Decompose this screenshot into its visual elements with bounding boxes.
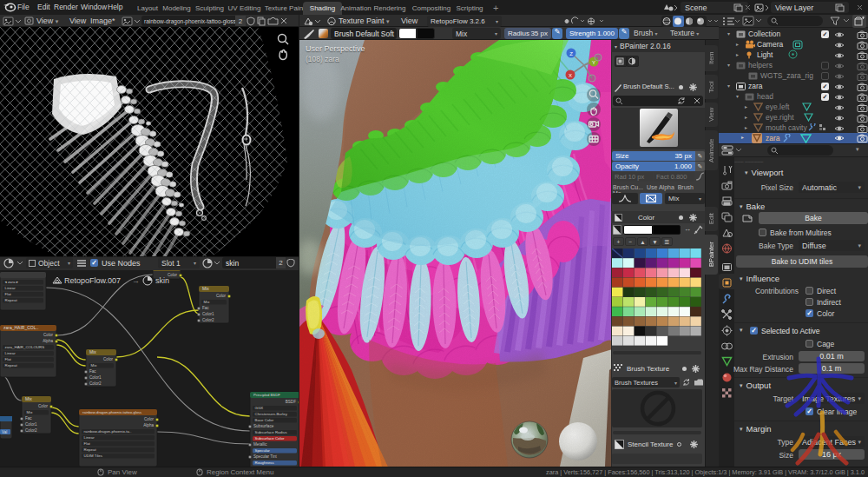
svg-text:Color2: Color2 — [89, 381, 102, 386]
svg-text:Color2: Color2 — [202, 318, 214, 322]
svg-text:Color1: Color1 — [89, 375, 102, 380]
svg-text:Specular Tint: Specular Tint — [253, 454, 278, 459]
svg-text:Specular: Specular — [255, 448, 271, 453]
svg-text:GGX: GGX — [255, 406, 264, 410]
svg-text:◂ zara ▸: ◂ zara ▸ — [5, 280, 19, 284]
svg-text:Y: Y — [592, 60, 595, 65]
svg-text:Fac: Fac — [25, 416, 32, 421]
svg-text:Val: Val — [2, 430, 7, 434]
svg-text:Z: Z — [569, 51, 573, 56]
svg-text:Subsurface: Subsurface — [253, 424, 274, 428]
svg-text:Mix: Mix — [25, 396, 32, 401]
svg-text:zara_HAIR_COLOURS: zara_HAIR_COLOURS — [5, 345, 45, 349]
svg-text:Color: Color — [103, 357, 113, 361]
svg-text:Mix: Mix — [202, 286, 209, 291]
svg-text:Repeat: Repeat — [84, 447, 97, 452]
svg-text:Repeat: Repeat — [5, 298, 18, 302]
svg-text:rainbow-dragon-phoenix-ta..: rainbow-dragon-phoenix-ta.. — [84, 429, 132, 434]
svg-text:Mix: Mix — [89, 349, 96, 354]
svg-text:Color2: Color2 — [25, 428, 37, 433]
svg-text:Roughness: Roughness — [255, 460, 275, 465]
svg-text:Subsurface Radius: Subsurface Radius — [255, 430, 288, 434]
svg-text:Metallic: Metallic — [253, 442, 267, 447]
svg-text:Color1: Color1 — [202, 312, 214, 316]
svg-text:Color: Color — [43, 333, 53, 337]
svg-text:Flat: Flat — [5, 357, 12, 361]
svg-text:Fac: Fac — [202, 306, 209, 310]
svg-text:Color: Color — [144, 417, 154, 421]
svg-text:UDIM Tiles: UDIM Tiles — [84, 454, 103, 458]
svg-text:Alpha: Alpha — [43, 339, 53, 343]
svg-text:Color: Color — [216, 294, 226, 298]
svg-text:Fac: Fac — [89, 369, 96, 374]
svg-text:Linear: Linear — [5, 286, 16, 290]
svg-text:Mix: Mix — [27, 410, 34, 414]
svg-text:Christensen-Burley: Christensen-Burley — [255, 412, 288, 416]
svg-text:BSDF: BSDF — [286, 400, 296, 404]
svg-text:Color: Color — [38, 404, 48, 408]
svg-text:Linear: Linear — [84, 435, 95, 440]
svg-text:rainbow-dragon-phoenix-tattoo-: rainbow-dragon-phoenix-tattoo-gloss — [82, 410, 141, 414]
svg-text:Alpha: Alpha — [143, 423, 154, 427]
svg-text:Principled BSDF: Principled BSDF — [253, 393, 280, 397]
svg-text:Mix: Mix — [91, 363, 98, 368]
svg-text:Base Color: Base Color — [255, 418, 274, 422]
svg-text:Subsurface Color: Subsurface Color — [255, 436, 285, 441]
svg-text:zara_HAIR_COL..: zara_HAIR_COL.. — [3, 325, 38, 330]
svg-text:X: X — [569, 73, 572, 78]
svg-text:Repeat: Repeat — [5, 363, 18, 368]
svg-text:Flat: Flat — [84, 441, 91, 446]
svg-text:Color1: Color1 — [25, 422, 37, 427]
svg-text:Linear: Linear — [5, 351, 16, 355]
svg-text:Flat: Flat — [5, 292, 12, 296]
svg-text:Mix: Mix — [204, 300, 211, 304]
